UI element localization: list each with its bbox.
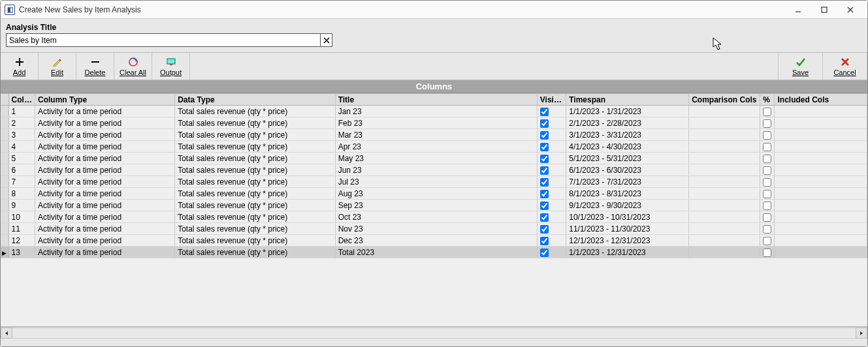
cell-pct[interactable] (760, 141, 775, 153)
visible-checkbox[interactable] (540, 202, 549, 210)
cell-timespan[interactable]: 1/1/2023 - 12/31/2023 (566, 247, 689, 258)
cell-comparison[interactable] (689, 153, 760, 164)
cell-col-id[interactable]: 9 (8, 200, 35, 211)
table-row[interactable]: 4Activity for a time periodTotal sales r… (1, 141, 867, 153)
header-comparison[interactable]: Comparison Cols (689, 94, 760, 106)
cell-included[interactable] (775, 223, 867, 235)
table-row[interactable]: 10Activity for a time periodTotal sales … (1, 211, 867, 223)
cell-timespan[interactable]: 9/1/2023 - 9/30/2023 (566, 200, 689, 211)
table-row[interactable]: 12Activity for a time periodTotal sales … (1, 235, 867, 247)
horizontal-scrollbar[interactable] (1, 327, 867, 339)
cell-title[interactable]: Oct 23 (335, 211, 537, 223)
cell-visible[interactable] (537, 117, 566, 129)
cell-visible[interactable] (537, 223, 566, 235)
cell-pct[interactable] (760, 106, 775, 117)
cell-data-type[interactable]: Total sales revenue (qty * price) (175, 200, 335, 211)
pct-checkbox[interactable] (763, 143, 771, 151)
cell-comparison[interactable] (689, 176, 760, 188)
add-button[interactable]: Add (1, 53, 39, 80)
table-row[interactable]: 8Activity for a time periodTotal sales r… (1, 188, 867, 200)
header-pct[interactable]: % (760, 94, 775, 106)
cell-included[interactable] (775, 247, 867, 258)
cell-included[interactable] (775, 164, 867, 176)
cell-col-id[interactable]: 7 (8, 176, 35, 188)
cell-comparison[interactable] (689, 211, 760, 223)
cell-comparison[interactable] (689, 188, 760, 200)
cell-title[interactable]: Nov 23 (335, 223, 537, 235)
cell-title[interactable]: Jun 23 (335, 164, 537, 176)
cell-pct[interactable] (760, 117, 775, 129)
row-indicator[interactable] (1, 211, 8, 223)
visible-checkbox[interactable] (540, 119, 549, 128)
cell-pct[interactable] (760, 247, 775, 258)
maximize-button[interactable] (811, 2, 837, 18)
table-row[interactable]: 1Activity for a time periodTotal sales r… (1, 106, 867, 117)
cell-comparison[interactable] (689, 200, 760, 211)
cell-col-id[interactable]: 8 (8, 188, 35, 200)
cell-timespan[interactable]: 1/1/2023 - 1/31/2023 (566, 106, 689, 117)
cell-timespan[interactable]: 5/1/2023 - 5/31/2023 (566, 153, 689, 164)
scroll-left-button[interactable] (1, 327, 12, 339)
pct-checkbox[interactable] (763, 249, 771, 257)
cell-timespan[interactable]: 10/1/2023 - 10/31/2023 (566, 211, 689, 223)
row-indicator[interactable] (1, 223, 8, 235)
cell-timespan[interactable]: 6/1/2023 - 6/30/2023 (566, 164, 689, 176)
cell-col-id[interactable]: 10 (8, 211, 35, 223)
pct-checkbox[interactable] (763, 202, 771, 210)
row-indicator[interactable]: ▶ (1, 247, 8, 258)
cell-included[interactable] (775, 235, 867, 247)
cell-pct[interactable] (760, 164, 775, 176)
pct-checkbox[interactable] (763, 190, 771, 198)
cell-comparison[interactable] (689, 129, 760, 141)
close-button[interactable] (837, 2, 863, 18)
cell-data-type[interactable]: Total sales revenue (qty * price) (175, 153, 335, 164)
cell-pct[interactable] (760, 235, 775, 247)
scroll-right-button[interactable] (856, 327, 867, 339)
table-row[interactable]: 2Activity for a time periodTotal sales r… (1, 117, 867, 129)
pct-checkbox[interactable] (763, 131, 771, 140)
cell-included[interactable] (775, 188, 867, 200)
cell-pct[interactable] (760, 211, 775, 223)
cell-column-type[interactable]: Activity for a time period (35, 164, 175, 176)
cell-visible[interactable] (537, 153, 566, 164)
cell-title[interactable]: Apr 23 (335, 141, 537, 153)
table-row[interactable]: 6Activity for a time periodTotal sales r… (1, 164, 867, 176)
cell-data-type[interactable]: Total sales revenue (qty * price) (175, 188, 335, 200)
visible-checkbox[interactable] (540, 155, 549, 163)
header-visible[interactable]: Visible (537, 94, 566, 106)
cell-included[interactable] (775, 106, 867, 117)
cell-visible[interactable] (537, 200, 566, 211)
table-row[interactable]: 11Activity for a time periodTotal sales … (1, 223, 867, 235)
table-row[interactable]: 7Activity for a time periodTotal sales r… (1, 176, 867, 188)
cell-title[interactable]: Feb 23 (335, 117, 537, 129)
header-col-id[interactable]: Col ID (8, 94, 35, 106)
cell-timespan[interactable]: 7/1/2023 - 7/31/2023 (566, 176, 689, 188)
cell-col-id[interactable]: 11 (8, 223, 35, 235)
cell-title[interactable]: Jul 23 (335, 176, 537, 188)
row-indicator[interactable] (1, 200, 8, 211)
cell-pct[interactable] (760, 200, 775, 211)
visible-checkbox[interactable] (540, 178, 549, 187)
cell-col-id[interactable]: 6 (8, 164, 35, 176)
pct-checkbox[interactable] (763, 225, 771, 234)
row-indicator[interactable] (1, 176, 8, 188)
analysis-title-combo[interactable] (6, 33, 332, 47)
cell-visible[interactable] (537, 188, 566, 200)
delete-button[interactable]: Delete (76, 53, 114, 80)
cell-timespan[interactable]: 12/1/2023 - 12/31/2023 (566, 235, 689, 247)
cell-comparison[interactable] (689, 235, 760, 247)
cell-comparison[interactable] (689, 247, 760, 258)
cell-timespan[interactable]: 11/1/2023 - 11/30/2023 (566, 223, 689, 235)
row-indicator[interactable] (1, 153, 8, 164)
grid-header-row[interactable]: Col ID Column Type Data Type Title Visib… (1, 94, 867, 106)
header-title[interactable]: Title (335, 94, 537, 106)
visible-checkbox[interactable] (540, 143, 549, 151)
edit-button[interactable]: Edit (39, 53, 76, 80)
cell-pct[interactable] (760, 223, 775, 235)
cell-comparison[interactable] (689, 164, 760, 176)
cell-visible[interactable] (537, 106, 566, 117)
visible-checkbox[interactable] (540, 190, 549, 198)
cell-visible[interactable] (537, 235, 566, 247)
cell-col-id[interactable]: 12 (8, 235, 35, 247)
row-indicator[interactable] (1, 235, 8, 247)
